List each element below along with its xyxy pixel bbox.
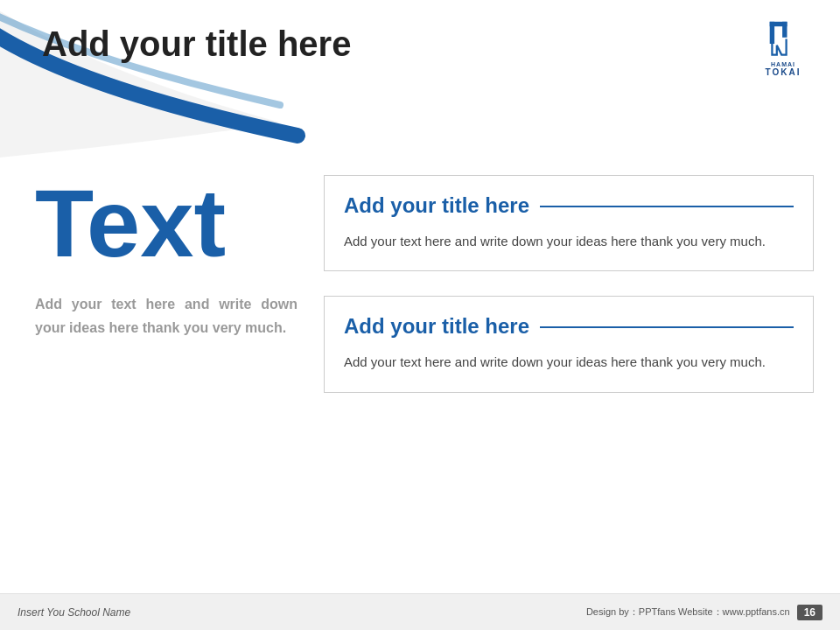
content-box-2: Add your title here Add your text here a… bbox=[324, 296, 814, 392]
footer-school-name: Insert You School Name bbox=[18, 606, 130, 619]
svg-rect-2 bbox=[782, 21, 787, 37]
box-2-title-line bbox=[540, 326, 794, 328]
footer-design-credit: Design by：PPTfans Website：www.pptfans.cn bbox=[586, 606, 790, 619]
page-number: 16 bbox=[797, 605, 822, 620]
left-body-text: Add your text here and write down your i… bbox=[35, 292, 298, 340]
box-1-title: Add your title here bbox=[344, 193, 529, 218]
footer: Insert You School Name Design by：PPTfans… bbox=[0, 593, 840, 630]
slide: HAMAI TOKAI Add your title here Text Add… bbox=[0, 0, 840, 630]
logo: HAMAI TOKAI bbox=[752, 18, 814, 79]
box-2-title-container: Add your title here bbox=[344, 314, 794, 339]
box-1-title-line bbox=[540, 206, 794, 207]
box-2-body: Add your text here and write down your i… bbox=[344, 351, 794, 374]
top-decoration bbox=[0, 0, 840, 158]
big-text: Text bbox=[35, 175, 298, 271]
logo-text-tokai: TOKAI bbox=[766, 67, 802, 77]
box-1-body: Add your text here and write down your i… bbox=[344, 230, 794, 253]
footer-right: Design by：PPTfans Website：www.pptfans.cn… bbox=[586, 605, 822, 620]
right-panel: Add your title here Add your text here a… bbox=[324, 175, 814, 393]
content-box-1: Add your title here Add your text here a… bbox=[324, 175, 814, 271]
box-1-title-container: Add your title here bbox=[344, 193, 794, 218]
box-2-title: Add your title here bbox=[344, 314, 529, 339]
logo-text-hamai: HAMAI bbox=[771, 61, 795, 67]
slide-title: Add your title here bbox=[42, 24, 351, 64]
logo-svg bbox=[766, 20, 801, 60]
left-panel: Text Add your text here and write down y… bbox=[35, 175, 298, 340]
